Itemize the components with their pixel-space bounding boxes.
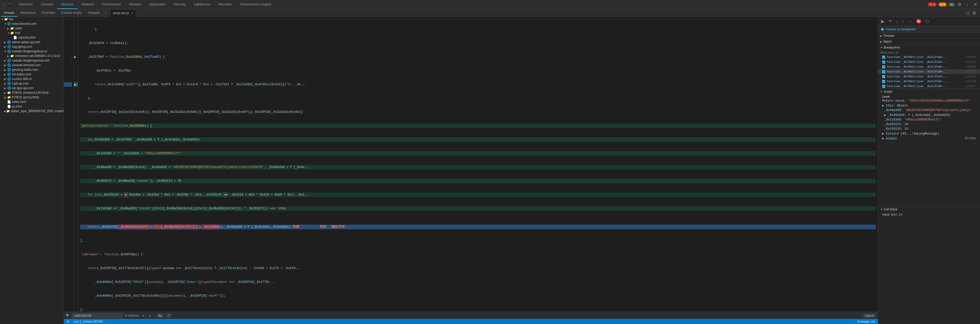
cancel-search-button[interactable]: Cancel [864,313,876,318]
info-count[interactable]: 45 [948,3,955,6]
step-into-button[interactable]: ↓ [895,19,899,24]
scope-3531f2: _0x3531f2: 48 [878,122,980,127]
close-file-tab[interactable]: ✕ [131,12,133,14]
tree-item-index[interactable]: ▶ 📄 index.html [0,100,64,104]
device-icon[interactable]: 📱 [8,3,12,6]
bp-loc-3: 1:206906 [965,65,976,68]
line-numbers: - - - - - - - - - - - - - - - - - - - - [64,17,74,312]
code-content[interactable]: } _0x1b3e3d = new Date(); _0x2170bf = fu… [78,17,878,312]
bp-checkbox-3[interactable] [882,65,885,68]
tab-network[interactable]: Network [78,0,98,9]
more-tabs-icon[interactable]: ⋮ [104,11,108,15]
tab-perf-insights[interactable]: Performance insights [236,0,275,9]
call-stack-header[interactable]: ▼ Call Stack [878,206,980,212]
step-over-button[interactable]: ↷ [887,18,892,24]
tree-item-pc[interactable]: ▶ 📄 pc.html [0,104,64,109]
bp-checkbox-6[interactable] [882,80,885,83]
toolbar-right: 🔴 2 ⚠ 7 45 ⚙ ⋮ ✕ [928,2,978,7]
scope-closure[interactable]: ▶ Closure (83.../smLangMessage) [878,131,980,136]
scope-header[interactable]: ▼ Scope [878,89,980,94]
bp-item-5[interactable]: function _0x74b3(){var _0x2c37a9=... 1:2… [878,74,980,79]
match-case-toggle[interactable]: Aa [157,313,164,318]
file-tab[interactable]: smcp.min.js ✕ [110,9,136,17]
call-stack-item-1[interactable]: smcp.min.js [878,212,980,217]
tree-item-wp[interactable]: ▶ 🌐 wp.qiye.qq.com [0,86,64,91]
scope-global[interactable]: ▶ GlobalWindow [878,136,980,141]
bp-item-1[interactable]: function _0x74b3(){var _0x2c37a9=... 1:2… [878,55,980,59]
tree-item-top[interactable]: ▼ 📁 top [0,17,64,21]
settings-icon[interactable]: ⚙ [957,2,963,7]
tab-console[interactable]: Console [37,0,57,9]
step-out-button[interactable]: ↑ [901,19,905,24]
tree-item-trial[interactable]: ▼ 📁 trial [0,31,64,35]
more-options-icon[interactable]: ⋮ [964,2,970,7]
tree-item-s360[interactable]: ▶ 🌐 s.union.360.cn [0,76,64,81]
tab-memory[interactable]: Memory [125,0,145,9]
tree-item-bqq[interactable]: ▶ 🌐 bqq.gtimg.com [0,44,64,49]
tree-item-crb[interactable]: ▶ 📁 crb/select-set-000008-1.0.1-r1/v2 [0,54,64,58]
tree-item-castatic[interactable]: ▼ 🌐 castatic.fengkongcloud.cn [0,49,64,54]
tab-lighthouse[interactable]: Lighthouse [190,0,214,9]
bp-fn-7: function _0x74b3(){var _0x2c37a9=... [887,84,948,88]
tree-item-console[interactable]: ▶ 🌐 console.ishumei.com [0,63,64,67]
scope-49a2b0[interactable]: ▶ _0x49a2b0: f (_0x4c3eb2,_0x2ee82d) [878,113,980,118]
bp-item-6[interactable]: function _0x74b3(){var _0x2c37a9=... 1:2… [878,79,980,84]
tree-item-679531-proxy[interactable]: ▶ 📁 679531 (proxy.html) [0,95,64,100]
threads-section: ▶ Threads [878,33,980,39]
bp-checkbox-active[interactable] [882,70,885,73]
bp-fn-2: function _0x74b3(){var _0x2c37a9=... [887,60,948,64]
tree-item-static[interactable]: ▶ 📁 static [0,26,64,31]
bp-checkbox-2[interactable] [882,60,885,64]
bp-item-2[interactable]: function _0x74b3(){var _0x2c37a9=... 1:2… [878,59,980,64]
tab-overrides[interactable]: Overrides [39,9,58,17]
bp-item-3[interactable]: function _0x74b3(){var _0x2c37a9=... 1:2… [878,64,980,69]
tab-recorder[interactable]: Recorder [214,0,236,9]
tab-snippets[interactable]: Snippets [85,9,103,17]
tab-elements[interactable]: Elements [15,0,37,9]
watch-header[interactable]: ▶ Watch [878,39,980,44]
tab-content-scripts[interactable]: Content scripts [58,9,85,17]
tree-label: bqq.gtimg.com [12,45,32,49]
close-icon[interactable]: ✕ [973,2,978,7]
tree-item-castatic2[interactable]: ▶ 🌐 castatic.fengkongcloud.com [0,58,64,63]
next-match-button[interactable]: ∨ [148,313,152,318]
tree-item-www[interactable]: ▼ 🌐 www.ishumei.com [0,21,64,26]
tab-sources[interactable]: Sources [57,0,78,9]
tree-label: console.ishumei.com [12,64,41,67]
tree-item-hm[interactable]: ▶ 🌐 hm.baidu.com [0,72,64,76]
match-count: 8 matches [125,314,139,318]
breakpoints-header[interactable]: ▼ Breakpoints [878,44,980,50]
prev-match-button[interactable]: ∧ [141,313,146,318]
threads-header[interactable]: ▶ Threads [878,33,980,38]
sidebar-toggle-icon[interactable]: ⊞ [972,10,977,16]
error-count[interactable]: 🔴 2 [928,3,937,6]
tab-security[interactable]: Security [170,0,190,9]
format-icon[interactable]: { } [965,11,970,16]
scope-this[interactable]: ▶ this: Object [878,103,980,108]
tab-application[interactable]: Application [145,0,170,9]
tree-item-admin[interactable]: ▶ 🌐 admin.qidian.qq.com [0,40,64,44]
search-input[interactable] [72,313,123,318]
bp-checkbox-1[interactable] [882,56,885,59]
bp-checkbox-7[interactable] [882,85,885,88]
bp-item-7[interactable]: function _0x74b3(){var _0x2c37a9=... 1:2… [878,84,980,89]
deactivate-breakpoints-button[interactable]: ⛔ [915,18,922,24]
tab-workspace[interactable]: Workspace [18,9,39,17]
inspect-icon[interactable]: ⬚ [2,3,6,6]
resume-button[interactable]: ▶ [880,18,885,24]
bp-checkbox-5[interactable] [882,75,885,78]
tree-item-tgdt[interactable]: ▶ 🌐 t.gdt.qq.com [0,81,64,86]
tree-item-qidian[interactable]: ▶ 📁 qidian_wpa_3009056728_2001 (captcha.… [0,109,64,113]
tree-item-679531-media[interactable]: ▶ 📁 679531 (mediav1130.html) [0,91,64,95]
tree-item-captcha[interactable]: ▶ 📄 captcha.html [0,35,64,40]
regex-toggle[interactable]: .* [166,313,171,318]
tab-page[interactable]: threads [1,9,18,17]
dont-pause-icon[interactable]: ⬡ [924,18,930,24]
warning-count[interactable]: ⚠ 7 [939,3,947,6]
code-editor[interactable]: - - - - - - - - - - - - - - - - - - - - [64,17,878,312]
step-button[interactable]: → [907,19,913,24]
tab-performance[interactable]: Performance [98,0,125,9]
bp-loc-active: 1:206977 [965,70,976,73]
bp-item-active[interactable]: function _0x74b3(){var _0x2c37a9=... 1:2… [878,69,980,74]
tree-item-goutong[interactable]: ▶ 🌐 goutong.baidu.com [0,67,64,72]
